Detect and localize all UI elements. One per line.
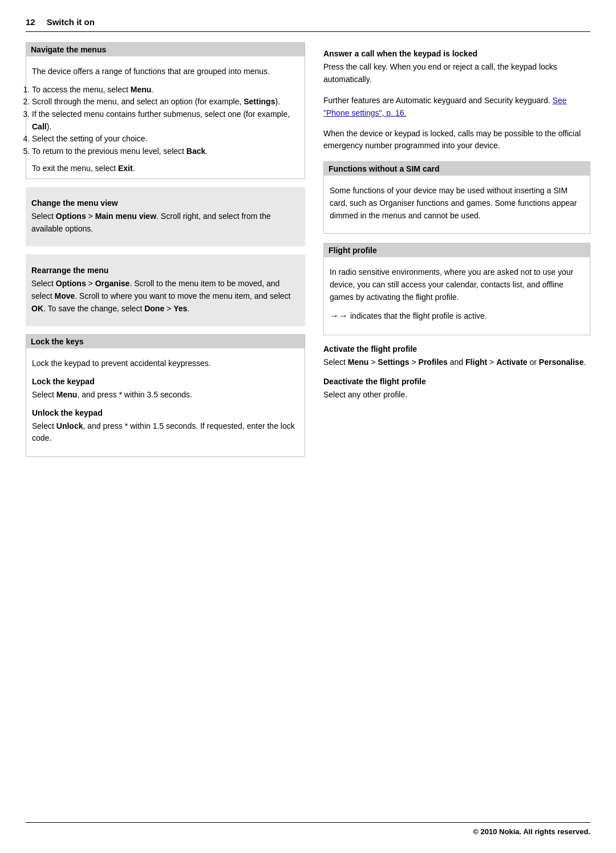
answer-call-body: Press the call key. When you end or reje… xyxy=(323,61,590,86)
further-features-section: Further features are Automatic keyguard … xyxy=(323,95,590,119)
unlock-keypad-body: Select Unlock, and press * within 1.5 se… xyxy=(32,420,299,445)
step-3: If the selected menu contains further su… xyxy=(32,108,299,133)
lock-keys-section: Lock the keys Lock the keypad to prevent… xyxy=(26,334,305,457)
functions-no-sim-body: Some functions of your device may be use… xyxy=(330,185,584,222)
change-menu-view-heading: Change the menu view xyxy=(31,198,299,208)
unlock-keypad-heading: Unlock the keypad xyxy=(32,408,299,417)
page-title: Switch it on xyxy=(47,17,95,27)
left-column: Navigate the menus The device offers a r… xyxy=(26,42,305,465)
uk-bold1: Unlock xyxy=(56,421,83,430)
lock-keypad-body: Select Menu, and press * within 3.5 seco… xyxy=(32,389,299,401)
rm-bold4: OK xyxy=(31,304,43,313)
page: 12 Switch it on Navigate the menus The d… xyxy=(0,0,616,853)
navigate-menus-section: Navigate the menus The device offers a r… xyxy=(26,42,305,179)
lock-keys-intro: Lock the keypad to prevent accidental ke… xyxy=(32,358,299,370)
answer-call-section: Answer a call when the keypad is locked … xyxy=(323,49,590,86)
rearrange-menu-section: Rearrange the menu Select Options > Orga… xyxy=(26,254,305,326)
af-bold6: Personalise xyxy=(539,358,584,367)
phone-settings-link[interactable]: See "Phone settings", p. 16. xyxy=(323,96,566,117)
rm-bold1: Options xyxy=(56,279,86,288)
cmv-bold2: Main menu view xyxy=(95,212,156,221)
rm-bold2: Organise xyxy=(95,279,130,288)
step-5: To return to the previous menu level, se… xyxy=(32,145,299,158)
step-4: Select the setting of your choice. xyxy=(32,133,299,145)
lk-bold1: Menu xyxy=(56,390,78,399)
rm-bold6: Yes xyxy=(173,304,187,313)
navigate-menus-intro: The device offers a range of functions t… xyxy=(32,66,299,78)
step-2-bold: Settings xyxy=(244,97,275,106)
page-header: 12 Switch it on xyxy=(26,17,590,32)
activate-flight-heading: Activate the flight profile xyxy=(323,344,590,354)
answer-call-heading: Answer a call when the keypad is locked xyxy=(323,49,590,58)
lock-keypad-heading: Lock the keypad xyxy=(32,377,299,386)
af-bold1: Menu xyxy=(348,358,369,367)
deactivate-flight-body: Select any other profile. xyxy=(323,389,590,401)
step-5-bold: Back xyxy=(187,147,205,156)
af-bold5: Activate xyxy=(496,358,527,367)
flight-profile-section: Flight profile In radio sensitive enviro… xyxy=(323,243,590,335)
lock-keys-heading: Lock the keys xyxy=(26,335,305,348)
navigate-menus-steps: To access the menu, select Menu. Scroll … xyxy=(32,84,299,158)
footer-text: © 2010 Nokia. All rights reserved. xyxy=(473,827,590,836)
deactivate-flight-section: Deactivate the flight profile Select any… xyxy=(323,377,590,401)
flight-arrow-icon: →→ xyxy=(330,311,348,320)
lock-keys-body: Lock the keypad to prevent accidental ke… xyxy=(26,353,305,456)
functions-no-sim-section: Functions without a SIM card Some functi… xyxy=(323,161,590,234)
right-column: Answer a call when the keypad is locked … xyxy=(323,42,590,465)
deactivate-flight-heading: Deactivate the flight profile xyxy=(323,377,590,386)
main-content: Navigate the menus The device offers a r… xyxy=(26,42,590,465)
af-bold3: Profiles xyxy=(419,358,448,367)
page-number: 12 xyxy=(26,17,35,27)
emergency-note: When the device or keypad is locked, cal… xyxy=(323,128,590,152)
step-2: Scroll through the menu, and select an o… xyxy=(32,96,299,108)
af-bold2: Settings xyxy=(378,358,409,367)
rm-bold3: Move xyxy=(54,291,75,300)
cmv-bold1: Options xyxy=(56,212,86,221)
exit-note: To exit the menu, select Exit. xyxy=(32,164,299,173)
exit-bold: Exit xyxy=(118,164,133,173)
further-features-body: Further features are Automatic keyguard … xyxy=(323,95,590,119)
flight-profile-heading: Flight profile xyxy=(324,243,590,257)
change-menu-view-body: Select Options > Main menu view. Scroll … xyxy=(31,210,299,235)
page-footer: © 2010 Nokia. All rights reserved. xyxy=(26,822,590,836)
step-3-bold: Call xyxy=(32,122,47,131)
change-menu-view-section: Change the menu view Select Options > Ma… xyxy=(26,187,305,246)
flight-profile-arrow: →→indicates that the flight profile is a… xyxy=(330,309,584,323)
step-1: To access the menu, select Menu. xyxy=(32,84,299,96)
navigate-menus-heading: Navigate the menus xyxy=(26,43,305,56)
rearrange-menu-heading: Rearrange the menu xyxy=(31,266,299,275)
flight-profile-intro: In radio sensitive environments, where y… xyxy=(330,266,584,303)
rm-bold5: Done xyxy=(144,304,164,313)
af-bold4: Flight xyxy=(465,358,487,367)
step-1-bold: Menu xyxy=(131,85,152,94)
activate-flight-body: Select Menu > Settings > Profiles and Fl… xyxy=(323,356,590,369)
rearrange-menu-body: Select Options > Organise. Scroll to the… xyxy=(31,278,299,315)
functions-no-sim-heading: Functions without a SIM card xyxy=(324,162,590,176)
navigate-menus-body: The device offers a range of functions t… xyxy=(26,61,305,178)
activate-flight-section: Activate the flight profile Select Menu … xyxy=(323,344,590,369)
